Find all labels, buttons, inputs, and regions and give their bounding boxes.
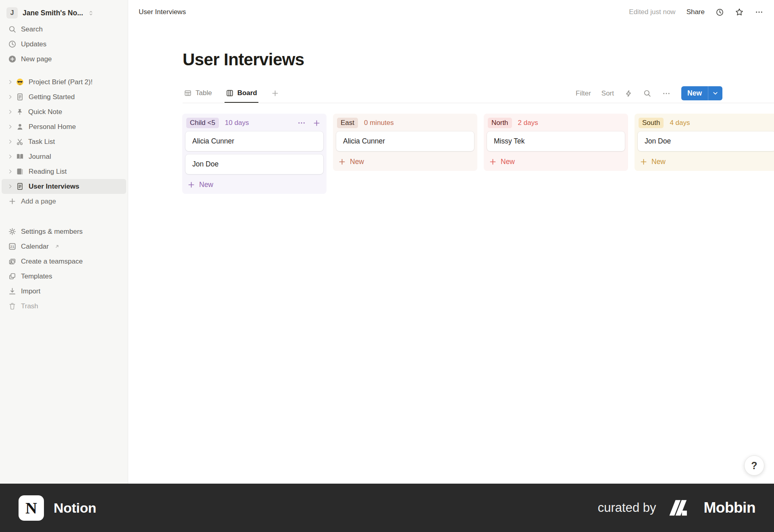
sidebar-item-templates[interactable]: Templates bbox=[2, 269, 126, 284]
page-item-label: User Interviews bbox=[29, 183, 79, 191]
open-book-icon bbox=[16, 152, 24, 161]
board-card-alicia-cunner[interactable]: Alicia Cunner bbox=[185, 131, 323, 151]
sidebar-page-quick-note[interactable]: Quick Note bbox=[2, 104, 126, 119]
sidebar-item-label: Trash bbox=[21, 302, 38, 310]
sidebar-page-journal[interactable]: Journal bbox=[2, 149, 126, 164]
sidebar-item-new-page[interactable]: New page bbox=[2, 52, 126, 66]
templates-icon bbox=[8, 272, 17, 281]
chevrons-updown-icon bbox=[88, 10, 94, 16]
sidebar-page-user-interviews[interactable]: User Interviews bbox=[2, 179, 126, 194]
sidebar-page-personal-home[interactable]: Personal Home bbox=[2, 119, 126, 134]
column-new-button[interactable]: New bbox=[487, 154, 625, 168]
edited-status: Edited just now bbox=[629, 8, 675, 16]
sidebar-item-settings-members[interactable]: Settings & members bbox=[2, 224, 126, 239]
chevron-right-icon[interactable] bbox=[7, 168, 13, 175]
sidebar-item-trash[interactable]: Trash bbox=[2, 299, 126, 314]
sidebar-top-nav: SearchUpdatesNew page bbox=[0, 22, 128, 66]
sidebar-page-getting-started[interactable]: Getting Started bbox=[2, 89, 126, 104]
column-name-badge[interactable]: North bbox=[488, 118, 512, 128]
footer-bar: N Notion curated by Mobbin bbox=[0, 484, 774, 532]
page-title: User Interviews bbox=[183, 50, 774, 69]
board-icon bbox=[226, 89, 234, 97]
board-column-north: North2 daysMissy TekNew bbox=[484, 114, 628, 171]
card-title: Alicia Cunner bbox=[192, 137, 234, 145]
import-icon bbox=[8, 287, 17, 295]
clock-icon[interactable] bbox=[716, 8, 724, 17]
ellipsis-icon[interactable] bbox=[662, 89, 671, 98]
page-item-label: Task List bbox=[28, 138, 55, 146]
chevron-down-icon[interactable] bbox=[708, 86, 722, 100]
add-view-button[interactable] bbox=[270, 84, 281, 103]
sidebar-item-search[interactable]: Search bbox=[2, 22, 126, 37]
sunglasses-emoji-icon bbox=[16, 78, 24, 86]
notion-logo: N bbox=[19, 495, 44, 521]
plus-icon[interactable] bbox=[312, 118, 321, 127]
board-card-alicia-cunner[interactable]: Alicia Cunner bbox=[336, 131, 474, 151]
sort-button[interactable]: Sort bbox=[601, 89, 614, 98]
column-new-button[interactable]: New bbox=[336, 154, 474, 168]
add-a-page-button[interactable]: Add a page bbox=[2, 194, 126, 209]
column-meta: 10 days bbox=[225, 119, 249, 127]
chevron-right-icon[interactable] bbox=[7, 124, 13, 130]
column-meta: 4 days bbox=[670, 119, 690, 127]
ellipsis-icon[interactable] bbox=[755, 8, 764, 17]
chevron-right-icon[interactable] bbox=[7, 109, 13, 115]
page-item-label: Project Brief (Part 2)! bbox=[29, 78, 93, 86]
tab-label: Table bbox=[196, 89, 212, 97]
workspace-avatar: J bbox=[6, 7, 18, 19]
sidebar-page-task-list[interactable]: Task List bbox=[2, 134, 126, 149]
sidebar-item-label: New page bbox=[21, 55, 52, 63]
sidebar-item-label: Import bbox=[21, 287, 40, 295]
tab-label: Board bbox=[237, 89, 257, 97]
plus-icon bbox=[8, 197, 17, 206]
clock-icon bbox=[8, 40, 17, 48]
share-button[interactable]: Share bbox=[687, 8, 705, 16]
breadcrumb[interactable]: User Interviews bbox=[139, 8, 186, 16]
bolt-icon[interactable] bbox=[624, 89, 633, 98]
board-card-jon-doe[interactable]: Jon Doe bbox=[638, 131, 774, 151]
trash-icon bbox=[8, 302, 17, 310]
column-name-badge[interactable]: South bbox=[639, 118, 664, 128]
search-icon[interactable] bbox=[643, 89, 651, 98]
plus-circle-icon bbox=[8, 55, 17, 63]
chevron-right-icon[interactable] bbox=[7, 94, 13, 100]
board-column-east: East0 minutesAlicia CunnerNew bbox=[333, 114, 477, 171]
board-card-missy-tek[interactable]: Missy Tek bbox=[487, 131, 625, 151]
column-name-badge[interactable]: East bbox=[337, 118, 358, 128]
sidebar-item-import[interactable]: Import bbox=[2, 284, 126, 299]
chevron-right-icon[interactable] bbox=[7, 183, 13, 189]
workspace-name: Jane Smith's No... bbox=[23, 9, 83, 17]
chevron-right-icon[interactable] bbox=[7, 139, 13, 145]
help-button[interactable]: ? bbox=[744, 455, 764, 476]
sidebar-page-project-brief-part-2[interactable]: Project Brief (Part 2)! bbox=[2, 75, 126, 89]
workspace-switcher[interactable]: J Jane Smith's No... bbox=[0, 4, 128, 22]
ellipsis-icon[interactable] bbox=[297, 118, 306, 127]
card-title: Jon Doe bbox=[645, 137, 671, 145]
board-card-jon-doe[interactable]: Jon Doe bbox=[185, 154, 323, 174]
plus-icon bbox=[639, 158, 648, 166]
column-new-label: New bbox=[350, 158, 364, 166]
plus-icon bbox=[338, 158, 346, 166]
new-button-label[interactable]: New bbox=[681, 86, 708, 100]
card-title: Alicia Cunner bbox=[343, 137, 385, 145]
column-new-button[interactable]: New bbox=[638, 154, 774, 168]
sidebar-item-updates[interactable]: Updates bbox=[2, 37, 126, 52]
chevron-right-icon[interactable] bbox=[7, 154, 13, 160]
column-new-label: New bbox=[501, 158, 515, 166]
column-name-badge[interactable]: Child <5 bbox=[186, 118, 219, 128]
sidebar-item-create-a-teamspace[interactable]: Create a teamspace bbox=[2, 254, 126, 269]
star-icon[interactable] bbox=[735, 8, 744, 17]
new-button[interactable]: New bbox=[681, 86, 722, 100]
column-meta: 2 days bbox=[518, 119, 538, 127]
sidebar-item-calendar[interactable]: 21Calendar bbox=[2, 239, 126, 254]
tab-table[interactable]: Table bbox=[183, 84, 213, 103]
search-icon bbox=[8, 25, 17, 33]
sidebar-page-reading-list[interactable]: Reading List bbox=[2, 164, 126, 179]
column-meta: 0 minutes bbox=[364, 119, 394, 127]
chevron-right-icon[interactable] bbox=[7, 79, 13, 85]
page-item-label: Quick Note bbox=[28, 108, 62, 116]
column-new-button[interactable]: New bbox=[185, 177, 323, 191]
filter-button[interactable]: Filter bbox=[576, 89, 591, 98]
tab-board[interactable]: Board bbox=[225, 84, 258, 103]
page-item-label: Personal Home bbox=[29, 123, 76, 131]
